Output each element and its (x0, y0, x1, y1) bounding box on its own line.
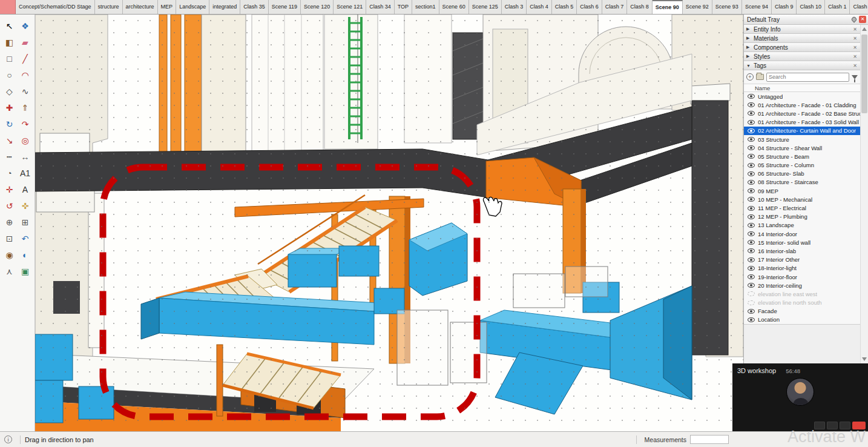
follow-me-tool[interactable]: ↷ (18, 116, 33, 132)
scene-tab-concept-schematic-dd-stage[interactable]: Concept/Schematic/DD Stage (16, 0, 95, 14)
chat-button[interactable] (840, 422, 850, 429)
visibility-eye-icon[interactable] (748, 102, 755, 107)
scene-tab-clash-1[interactable]: Clash 1 (825, 0, 850, 14)
scene-tab-clash-4[interactable]: Clash 4 (527, 0, 552, 14)
visibility-eye-icon[interactable] (748, 283, 755, 288)
tag-row-04-structure-shear-wall[interactable]: 04 Structure - Shear Wall (744, 144, 860, 152)
visibility-eye-icon[interactable] (748, 111, 755, 116)
visibility-eye-icon[interactable] (748, 145, 755, 150)
make-component-tool[interactable]: ❖ (18, 18, 33, 34)
polygon-tool[interactable]: ◇ (2, 83, 18, 99)
tag-row-09-mep[interactable]: 09 MEP (744, 187, 860, 195)
3d-text-tool[interactable]: A (18, 181, 33, 197)
section-close-icon[interactable]: ✕ (852, 45, 858, 50)
section-close-icon[interactable]: ✕ (852, 54, 858, 59)
section-close-icon[interactable]: ✕ (852, 36, 858, 41)
scene-tab-scene-93[interactable]: Scene 93 (712, 0, 742, 14)
tag-row-13-landscape[interactable]: 13 Landscape (744, 221, 860, 230)
tray-section-components[interactable]: ▶Components✕ (744, 43, 860, 52)
visibility-eye-icon[interactable] (748, 248, 755, 253)
line-tool[interactable]: ╱ (18, 50, 33, 67)
visibility-eye-icon[interactable] (748, 309, 755, 314)
scene-tab-top[interactable]: TOP (395, 0, 412, 14)
tag-row-location[interactable]: Location (744, 316, 860, 324)
tray-close-icon[interactable]: ✕ (859, 16, 866, 23)
scene-tab-clash-3[interactable]: Clash 3 (502, 0, 527, 14)
visibility-eye-icon[interactable] (748, 171, 755, 176)
pan-tool[interactable]: ✜ (18, 197, 33, 214)
rectangle-tool[interactable]: □ (2, 50, 18, 67)
dimension-tool[interactable]: ↔ (18, 148, 33, 165)
tag-row-01-architecture-facade-03-solid-wall[interactable]: 01 Architecture - Facade - 03 Solid Wall (744, 118, 860, 127)
scene-tab-clash-5[interactable]: Clash 5 (552, 0, 577, 14)
scene-tab-clash-9[interactable]: Clash 9 (772, 0, 797, 14)
visibility-eye-icon[interactable] (748, 231, 755, 236)
visibility-eye-icon[interactable] (748, 197, 755, 202)
scene-tab-clash-34[interactable]: Clash 34 (366, 0, 395, 14)
chevron-right-icon[interactable]: ▶ (746, 27, 751, 31)
chevron-right-icon[interactable]: ▶ (746, 36, 751, 41)
visibility-eye-icon[interactable] (748, 240, 755, 245)
chevron-right-icon[interactable]: ▶ (746, 45, 751, 50)
visibility-eye-icon[interactable] (748, 274, 755, 279)
scene-tab-landscape[interactable]: Landscape (176, 0, 209, 14)
visibility-eye-icon[interactable] (748, 300, 755, 305)
freehand-tool[interactable]: ∿ (18, 83, 33, 99)
tag-row-18-interior-light[interactable]: 18-Interior-light (744, 264, 860, 273)
scene-tab-scene-125[interactable]: Scene 125 (469, 0, 502, 14)
info-icon[interactable]: i (4, 435, 12, 443)
scale-tool[interactable]: ↘ (2, 132, 18, 148)
tray-section-tags[interactable]: ▼Tags✕ (744, 61, 860, 70)
tag-row-06-structure-slab[interactable]: 06 Structure- Slab (744, 170, 860, 178)
visibility-eye-icon[interactable] (748, 266, 755, 271)
visibility-eye-icon[interactable] (748, 120, 755, 125)
scroll-up-icon[interactable] (862, 27, 867, 31)
add-tag-icon[interactable]: + (746, 73, 754, 81)
tag-row-08-structure-staircase[interactable]: 08 Structure - Staircase (744, 178, 860, 187)
visibility-eye-icon[interactable] (748, 206, 755, 211)
scene-tab-scene-119[interactable]: Scene 119 (269, 0, 301, 14)
tape-measure-tool[interactable]: ┅ (2, 148, 18, 165)
visibility-eye-icon[interactable] (748, 180, 755, 185)
orbit-tool[interactable]: ↺ (2, 197, 18, 214)
visibility-eye-icon[interactable] (748, 188, 755, 193)
chevron-right-icon[interactable]: ▶ (746, 54, 751, 59)
scene-tab-clash-10[interactable]: Clash 10 (797, 0, 825, 14)
tag-row-17-interior-other[interactable]: 17 Interior Other (744, 256, 860, 264)
tag-row-19-interior-floor[interactable]: 19-Interior-floor (744, 273, 860, 281)
tag-row-03-structure[interactable]: 03 Structure (744, 135, 860, 144)
tag-row-05-structure-column[interactable]: 05 Structure - Column (744, 161, 860, 170)
section-close-icon[interactable]: ✕ (852, 63, 858, 68)
tag-row-20-interior-ceiling[interactable]: 20 Interior-ceiling (744, 281, 860, 290)
visibility-eye-icon[interactable] (748, 223, 755, 228)
tags-search-input[interactable] (766, 73, 849, 82)
visibility-eye-icon[interactable] (748, 214, 755, 219)
pin-icon[interactable] (850, 16, 857, 22)
scroll-down-icon[interactable] (862, 357, 867, 361)
filter-funnel-icon[interactable] (852, 75, 858, 79)
tray-section-entity-info[interactable]: ▶Entity Info✕ (744, 25, 860, 34)
paint-bucket-tool[interactable]: ◧ (2, 34, 18, 50)
tray-scrollbar[interactable] (860, 25, 868, 363)
section-plane-tool[interactable]: ▣ (18, 263, 33, 279)
viewport-3d[interactable] (35, 15, 743, 431)
scene-tab-scene-94[interactable]: Scene 94 (742, 0, 772, 14)
tag-row-elevation-line-north-south[interactable]: elevation line north south (744, 299, 860, 307)
scene-tab-mep[interactable]: MEP (158, 0, 177, 14)
tag-row-untagged[interactable]: Untagged (744, 92, 860, 101)
scene-tab-clash-2[interactable]: Clash 2 (850, 0, 868, 14)
tag-row-10-mep-mechanical[interactable]: 10 MEP - Mechanical (744, 195, 860, 204)
move-tool[interactable]: ✚ (2, 99, 18, 116)
visibility-eye-icon[interactable] (748, 154, 755, 159)
chevron-down-icon[interactable]: ▼ (746, 64, 751, 68)
scene-tab-clash-6[interactable]: Clash 6 (577, 0, 602, 14)
protractor-tool[interactable]: ◔ (2, 165, 18, 181)
tag-row-elevation-line-east-west[interactable]: elevation line east west (744, 290, 860, 298)
scene-tab-clash-35[interactable]: Clash 35 (240, 0, 269, 14)
circle-tool[interactable]: ○ (2, 67, 18, 83)
visibility-eye-icon[interactable] (748, 137, 755, 142)
visibility-eye-icon[interactable] (748, 257, 755, 262)
tag-row-11-mep-electrical[interactable]: 11 MEP - Electrical (744, 204, 860, 212)
visibility-eye-icon[interactable] (748, 163, 755, 168)
zoom-window-tool[interactable]: ⊞ (18, 214, 33, 230)
